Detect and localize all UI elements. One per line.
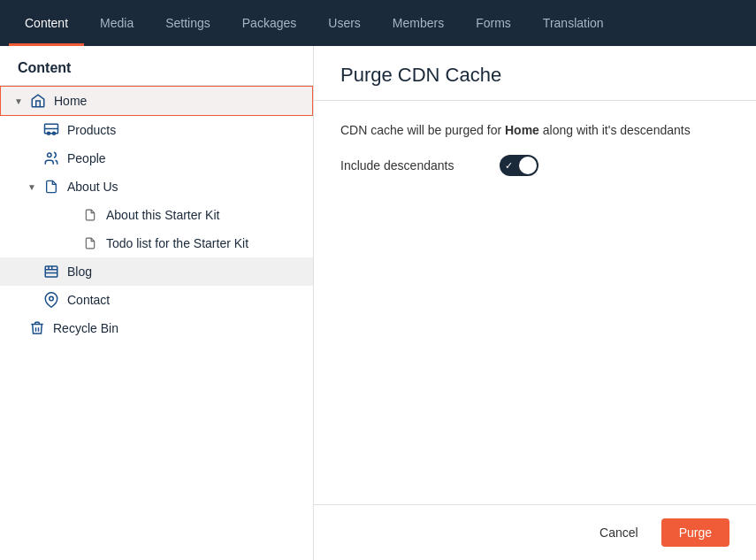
cdn-message: CDN cache will be purged for Home along … bbox=[340, 123, 729, 137]
svg-point-4 bbox=[48, 153, 52, 157]
nav-settings[interactable]: Settings bbox=[149, 0, 226, 46]
purge-button[interactable]: Purge bbox=[661, 518, 729, 547]
tree-item-products[interactable]: Products bbox=[0, 116, 313, 144]
tree-item-todo[interactable]: Todo list for the Starter Kit bbox=[0, 229, 313, 257]
nav-members[interactable]: Members bbox=[377, 0, 460, 46]
sidebar: Content ▼ Home bbox=[0, 46, 314, 560]
nav-translation[interactable]: Translation bbox=[527, 0, 620, 46]
tree-item-people[interactable]: People bbox=[0, 144, 313, 173]
products-icon bbox=[42, 121, 60, 139]
include-descendants-toggle[interactable]: ✓ bbox=[500, 155, 538, 176]
people-icon bbox=[42, 150, 60, 167]
contact-icon bbox=[42, 291, 60, 309]
cancel-button[interactable]: Cancel bbox=[585, 518, 653, 547]
chevron-about[interactable]: ▼ bbox=[25, 180, 39, 194]
recycle-bin-icon bbox=[28, 319, 46, 337]
todo-icon bbox=[81, 234, 99, 252]
nav-packages[interactable]: Packages bbox=[226, 0, 312, 46]
svg-point-10 bbox=[50, 296, 54, 301]
nav-users[interactable]: Users bbox=[312, 0, 377, 46]
sidebar-header: Content bbox=[0, 46, 313, 86]
home-icon bbox=[29, 92, 47, 110]
about-starter-icon bbox=[81, 206, 99, 224]
tree-item-recycle-bin[interactable]: Recycle Bin bbox=[0, 314, 313, 342]
tree-item-about-starter[interactable]: About this Starter Kit bbox=[0, 201, 313, 229]
tree-item-blog[interactable]: Blog bbox=[0, 257, 313, 286]
toggle-check-icon: ✓ bbox=[505, 160, 513, 172]
content-header: Purge CDN Cache bbox=[314, 46, 756, 101]
content-panel: Purge CDN Cache CDN cache will be purged… bbox=[314, 46, 756, 560]
chevron-home[interactable]: ▼ bbox=[11, 94, 26, 108]
top-nav: Content Media Settings Packages Users Me… bbox=[0, 0, 756, 46]
tree-item-home[interactable]: ▼ Home bbox=[0, 86, 313, 116]
page-title: Purge CDN Cache bbox=[340, 64, 729, 87]
blog-icon bbox=[42, 263, 60, 280]
include-descendants-label: Include descendants bbox=[340, 158, 500, 173]
tree-item-contact[interactable]: Contact bbox=[0, 286, 313, 314]
content-body: CDN cache will be purged for Home along … bbox=[314, 101, 756, 504]
nav-content[interactable]: Content bbox=[9, 0, 84, 46]
about-us-icon bbox=[42, 178, 60, 196]
tree-item-about-us[interactable]: ▼ About Us bbox=[0, 173, 313, 201]
nav-media[interactable]: Media bbox=[84, 0, 149, 46]
include-descendants-row: Include descendants ✓ bbox=[340, 155, 729, 176]
main-layout: Content ▼ Home bbox=[0, 46, 756, 560]
nav-forms[interactable]: Forms bbox=[460, 0, 527, 46]
content-footer: Cancel Purge bbox=[314, 504, 756, 560]
